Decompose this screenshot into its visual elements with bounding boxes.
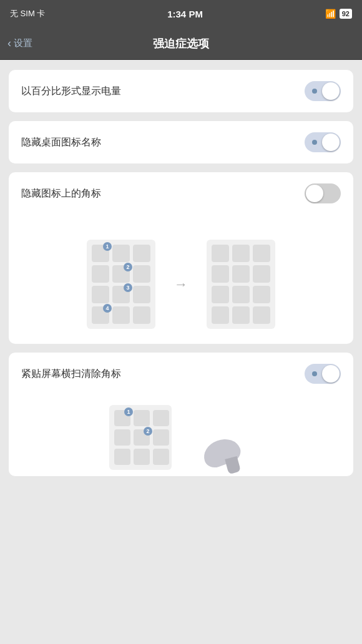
grid-cell [112, 245, 130, 262]
hide-badges-row: 隐藏图标上的角标 [9, 172, 353, 215]
grid-cell: 4 [92, 306, 109, 324]
grid-cell [92, 286, 109, 303]
sweep-cell [153, 449, 169, 465]
battery-percent-row: 以百分比形式显示电量 [9, 70, 353, 112]
sweep-cell: 1 [114, 410, 130, 426]
grid-cell: 2 [112, 265, 130, 283]
status-bar: 无 SIM 卡 1:34 PM 📶 92 [0, 0, 362, 27]
back-label: 设置 [14, 37, 32, 49]
sweep-badges-card: 紧贴屏幕横扫清除角标 1 2 [9, 353, 353, 476]
grid-cell [133, 286, 150, 303]
grid-cell-clean [253, 306, 270, 324]
badge-2: 2 [124, 263, 132, 271]
grid-cell-clean [232, 265, 250, 283]
grid-cell-clean [253, 265, 270, 283]
toggle-thumb [306, 185, 323, 202]
sweep-cell [114, 449, 130, 465]
grid-cell-clean [232, 286, 250, 303]
toggle-dot [312, 89, 317, 94]
eraser-body [200, 434, 243, 471]
sweep-illustration: 1 2 [9, 395, 353, 476]
sweep-badges-row: 紧贴屏幕横扫清除角标 [9, 353, 353, 395]
sweep-cell [153, 429, 169, 446]
hide-icon-names-card: 隐藏桌面图标名称 [9, 121, 353, 163]
badge: 1 [124, 407, 133, 416]
sweep-cell [134, 410, 150, 426]
chevron-left-icon: ‹ [7, 37, 11, 50]
grid-with-badges: 1 2 3 4 [87, 240, 155, 329]
status-indicators: 📶 92 [325, 9, 352, 19]
grid-cell [133, 245, 150, 262]
arrow-right-icon: → [174, 276, 188, 293]
sweep-grid-with-badges: 1 2 [109, 405, 172, 470]
time-label: 1:34 PM [167, 9, 203, 19]
sweep-cell [153, 410, 169, 426]
grid-cell-clean [253, 245, 270, 262]
content-area: 以百分比形式显示电量 隐藏桌面图标名称 隐藏图标上的角标 [0, 60, 362, 486]
wifi-icon: 📶 [325, 9, 336, 19]
badge-4: 4 [103, 304, 112, 313]
grid-cell [133, 265, 150, 283]
grid-cell-clean [253, 286, 270, 303]
hide-badges-card: 隐藏图标上的角标 1 2 3 4 [9, 172, 353, 344]
eraser-illustration [190, 407, 253, 470]
back-button[interactable]: ‹ 设置 [7, 37, 32, 50]
hide-icon-names-label: 隐藏桌面图标名称 [21, 136, 101, 149]
hide-icon-names-toggle[interactable] [305, 132, 341, 152]
grid-cell-clean [212, 306, 229, 324]
battery-percent-card: 以百分比形式显示电量 [9, 70, 353, 112]
grid-cell [133, 306, 150, 324]
grid-cell-clean [212, 245, 229, 262]
sweep-cell: 2 [134, 429, 150, 446]
toggle-thumb [322, 82, 340, 100]
battery-percent-label: 以百分比形式显示电量 [21, 85, 121, 98]
toggle-thumb [322, 365, 340, 383]
grid-cell-clean [232, 245, 250, 262]
toggle-dot [312, 371, 317, 376]
battery-percent-toggle[interactable] [305, 81, 341, 101]
illustration-area: 1 2 3 4 → [21, 240, 341, 329]
battery-indicator: 92 [340, 9, 352, 19]
grid-cell-clean [212, 265, 229, 283]
sweep-cell [134, 449, 150, 465]
hide-badges-label: 隐藏图标上的角标 [21, 187, 101, 200]
badges-illustration: 1 2 3 4 → [9, 215, 353, 344]
grid-cell: 3 [112, 286, 130, 303]
grid-cell: 1 [92, 245, 109, 262]
sweep-badges-toggle[interactable] [305, 364, 341, 384]
badge: 2 [144, 427, 152, 436]
grid-without-badges [207, 240, 275, 329]
grid-cell [112, 306, 130, 324]
grid-cell [92, 265, 109, 283]
grid-cell-clean [232, 306, 250, 324]
eraser-tip [225, 456, 241, 474]
grid-cell-clean [212, 286, 229, 303]
page-title: 强迫症选项 [153, 36, 209, 51]
sweep-cell [114, 429, 130, 446]
toggle-dot [312, 140, 317, 145]
carrier-label: 无 SIM 卡 [10, 8, 45, 19]
hide-icon-names-row: 隐藏桌面图标名称 [9, 121, 353, 163]
badge-1: 1 [103, 242, 112, 251]
nav-bar: ‹ 设置 强迫症选项 [0, 27, 362, 60]
badge-3: 3 [124, 283, 132, 292]
sweep-badges-label: 紧贴屏幕横扫清除角标 [21, 368, 121, 381]
toggle-thumb [322, 134, 340, 151]
hide-badges-toggle[interactable] [305, 183, 341, 203]
